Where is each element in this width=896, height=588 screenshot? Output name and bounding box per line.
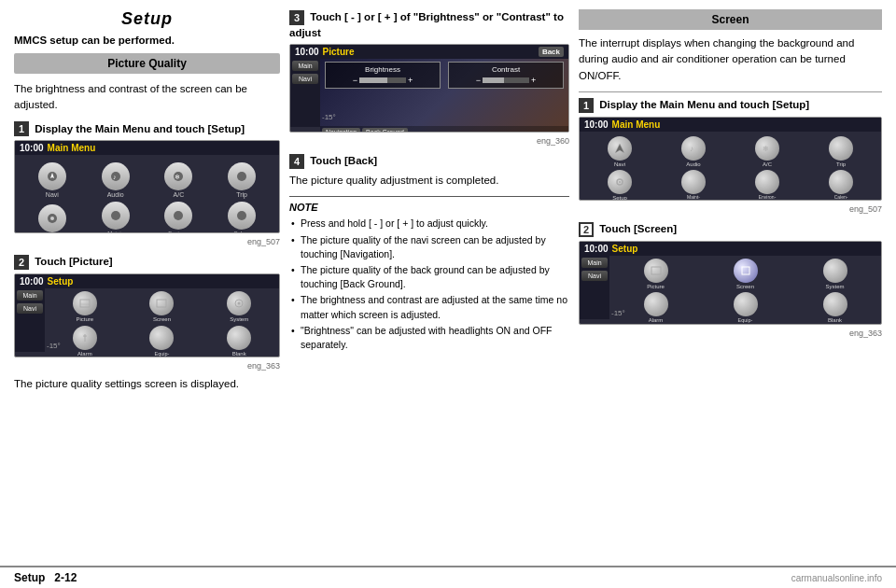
calen-btn[interactable] — [228, 202, 256, 230]
step4-heading: 4 Touch [Back] — [289, 153, 569, 169]
r-system-icon-item[interactable]: System — [791, 259, 878, 290]
screen-icon-item[interactable]: Screen — [125, 291, 200, 323]
divider — [579, 91, 882, 92]
equip-icon[interactable] — [149, 326, 174, 350]
setup-btn[interactable] — [38, 204, 66, 232]
r-calen-icon[interactable] — [829, 170, 853, 194]
r-setup-item[interactable]: Setup — [584, 170, 655, 200]
ac-btn[interactable]: ❄ — [164, 162, 192, 190]
nav-item-setup[interactable]: Setup — [22, 202, 82, 233]
sidebar-main[interactable]: Main — [17, 290, 43, 301]
svg-point-11 — [237, 211, 246, 220]
bright-sidebar-navi[interactable]: Navi — [292, 74, 318, 84]
picture-icon[interactable] — [73, 291, 97, 315]
navi-btn[interactable] — [38, 162, 66, 190]
picture-quality-desc: The brightness and contrast of the scree… — [14, 81, 280, 114]
r-environ-icon[interactable] — [755, 170, 779, 194]
svg-point-16 — [238, 302, 241, 305]
r-screen-label-item: Screen — [736, 284, 754, 290]
r-equip-icon-item[interactable]: Equip-ment — [702, 292, 789, 324]
nav-item-audio[interactable]: ♪ Audio — [86, 162, 146, 198]
brightness-slider[interactable]: − + — [329, 76, 437, 85]
maint-btn[interactable] — [102, 202, 130, 230]
r-picture-icon[interactable] — [644, 259, 668, 283]
r-blank-icon-item[interactable]: Blank — [791, 292, 878, 324]
r-alarm-icon-item[interactable]: Alarm — [612, 292, 699, 324]
svg-point-8 — [50, 217, 54, 220]
r-ac-icon[interactable]: ❄ — [755, 136, 779, 161]
r-picture-icon-item[interactable]: Picture — [612, 259, 699, 290]
right-step1-num: 1 — [579, 98, 594, 113]
svg-point-10 — [174, 211, 183, 220]
right-sidebar-navi[interactable]: Navi — [581, 271, 608, 281]
r-setup-icon[interactable] — [608, 170, 632, 194]
r-trip-icon[interactable] — [829, 136, 853, 161]
step4-num: 4 — [289, 154, 304, 169]
brightness-control: Brightness − + — [325, 62, 441, 89]
r-trip-label: Trip — [836, 161, 846, 168]
nav-item-maint[interactable]: Maint-nance — [86, 202, 146, 233]
r-alarm-icon[interactable] — [644, 292, 668, 316]
contrast-slider[interactable]: − + — [452, 76, 560, 85]
blank-icon-item[interactable]: Blank — [202, 326, 276, 357]
system-icon-item[interactable]: System — [202, 291, 276, 323]
svg-rect-12 — [80, 300, 90, 307]
r-trip-item[interactable]: Trip — [805, 136, 876, 168]
main-menu-screen: 10:00 Main Menu Navi — [14, 140, 280, 233]
alarm-icon[interactable] — [73, 326, 97, 350]
brightness-minus[interactable]: − — [353, 76, 357, 85]
alarm-label: Alarm — [77, 351, 92, 357]
r-audio-icon[interactable]: ♪ — [681, 136, 706, 161]
nav-item-ac[interactable]: ❄ A/C — [149, 162, 209, 198]
environ-btn[interactable] — [164, 202, 192, 230]
blank-icon[interactable] — [227, 326, 251, 350]
brightness-plus[interactable]: + — [408, 76, 413, 85]
calen-label: Calen-dar — [233, 231, 250, 233]
nav-item-calen[interactable]: Calen-dar — [212, 202, 272, 233]
right-step2-heading: 2 Touch [Screen] — [579, 221, 882, 237]
svg-rect-23 — [742, 267, 749, 274]
setup-topbar: 10:00 Setup — [15, 274, 279, 288]
brightness-topbar: 10:00 Picture Back — [290, 45, 568, 59]
r-audio-item[interactable]: ♪ Audio — [658, 136, 729, 168]
svg-point-6 — [237, 172, 246, 181]
system-icon[interactable] — [227, 291, 251, 315]
bright-sidebar-main[interactable]: Main — [292, 61, 318, 71]
sidebar-navi[interactable]: Navi — [17, 303, 43, 314]
contrast-track — [483, 77, 529, 83]
r-environ-item[interactable]: Environ-ment — [732, 170, 803, 200]
svg-rect-14 — [157, 300, 166, 307]
nav-item-environ[interactable]: Environ-ment — [149, 202, 209, 233]
right-sidebar-main[interactable]: Main — [581, 258, 608, 268]
note-item-3: The picture quality of the back ground c… — [289, 263, 569, 291]
contrast-plus[interactable]: + — [531, 76, 536, 85]
r-navi-icon[interactable] — [608, 136, 632, 161]
screen-icon[interactable] — [149, 291, 174, 315]
navigation-btn[interactable]: Navigation — [322, 128, 360, 133]
step1-block: 1 Display the Main Menu and touch [Setup… — [14, 121, 280, 247]
back-ground-btn[interactable]: Back Ground — [362, 128, 408, 133]
contrast-minus[interactable]: − — [476, 76, 481, 85]
r-blank-icon[interactable] — [823, 292, 847, 316]
right-step2-caption: eng_363 — [579, 329, 882, 338]
step3-num: 3 — [289, 10, 304, 25]
nav-item-trip[interactable]: Trip — [212, 162, 272, 198]
r-ac-item[interactable]: ❄ A/C — [732, 136, 803, 168]
equip-icon-item[interactable]: Equip-ment — [125, 326, 200, 357]
r-screen-icon-item[interactable]: Screen — [702, 259, 789, 290]
r-screen-icon[interactable] — [734, 259, 758, 283]
back-button[interactable]: Back — [539, 47, 564, 57]
nav-item-navi[interactable]: Navi — [22, 162, 82, 198]
r-maint-item[interactable]: Maint-nance — [658, 170, 729, 200]
r-navi-item[interactable]: Navi — [584, 136, 655, 168]
r-equip-icon[interactable] — [734, 292, 758, 316]
step3-caption: eng_360 — [289, 136, 569, 146]
r-system-icon[interactable] — [823, 259, 847, 283]
trip-btn[interactable] — [228, 162, 256, 190]
audio-btn[interactable]: ♪ — [102, 162, 130, 190]
picture-icon-item[interactable]: Picture — [48, 291, 122, 323]
r-calen-item[interactable]: Calen-dar — [805, 170, 876, 200]
r-audio-label: Audio — [686, 161, 700, 168]
r-maint-icon[interactable] — [681, 170, 706, 194]
right-main-menu-screen: 10:00 Main Menu Navi — [579, 117, 882, 201]
